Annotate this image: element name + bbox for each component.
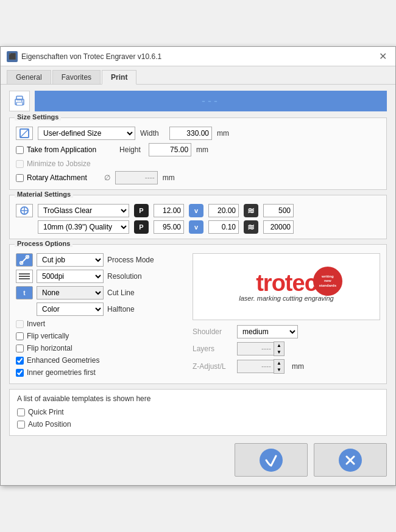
height-label: Height <box>119 145 144 154</box>
flip-h-row: Flip horizontal <box>16 344 186 352</box>
badge-v2: v <box>189 220 203 234</box>
flip-h-checkbox[interactable] <box>16 345 24 352</box>
cancel-button[interactable] <box>314 443 387 477</box>
quality-dropdown[interactable]: 10mm (0.39") Quality <box>38 220 129 234</box>
flip-v-checkbox[interactable] <box>16 332 24 340</box>
proc-row-job: Cut job Engrave job Combined Process Mod… <box>16 253 186 267</box>
resolution-icon <box>16 270 33 283</box>
v2-input[interactable] <box>208 220 239 234</box>
shoulder-dropdown[interactable]: medium low high <box>237 325 298 338</box>
m2-input[interactable] <box>263 220 294 234</box>
diam-unit: mm <box>163 173 175 182</box>
quick-print-checkbox[interactable] <box>17 408 25 416</box>
invert-checkbox[interactable] <box>16 320 24 328</box>
layers-down-btn[interactable]: ▼ <box>274 349 284 355</box>
close-button[interactable]: ✕ <box>377 51 389 62</box>
diam-input[interactable] <box>115 171 158 184</box>
shoulder-row: Shoulder medium low high <box>193 325 380 338</box>
zadjust-up-btn[interactable]: ▲ <box>274 360 284 366</box>
enhanced-label: Enhanced Geometries <box>27 356 99 365</box>
auto-position-checkbox[interactable] <box>17 421 25 429</box>
size-dropdown[interactable]: User-defined Size Custom A4 A3 <box>38 127 135 140</box>
flip-h-label: Flip horizontal <box>27 344 72 352</box>
enhanced-checkbox[interactable] <box>16 357 24 365</box>
preview-fill: --- <box>35 91 387 111</box>
zadjust-input[interactable] <box>237 360 274 373</box>
proc-row-cutline: t None Red Blue Cut Line <box>16 286 186 299</box>
height-input[interactable] <box>149 143 191 156</box>
rotary-label: Rotary Attachment <box>27 173 87 182</box>
tab-bar: General Favorites Print <box>1 66 395 85</box>
action-row <box>9 441 387 479</box>
m1-input[interactable] <box>263 204 294 217</box>
preview-dots: --- <box>202 95 220 108</box>
minimize-checkbox[interactable] <box>16 160 24 168</box>
inner-row: Inner geometries first <box>16 368 186 377</box>
cancel-icon <box>339 449 362 472</box>
invert-row: Invert <box>16 320 186 328</box>
minimize-label: Minimize to Jobsize <box>27 159 91 168</box>
material-icon-svg <box>19 205 30 216</box>
badge-m2: ≋ <box>244 220 258 234</box>
tab-print[interactable]: Print <box>102 70 136 85</box>
process-right: trotec laser. marking cutting engraving … <box>193 253 380 379</box>
zadjust-down-btn[interactable]: ▼ <box>274 366 284 373</box>
bottom-section: A list of avaiable templates is shown he… <box>9 389 387 436</box>
preview-bar: --- <box>9 91 387 111</box>
rotary-checkbox[interactable] <box>16 174 24 182</box>
proc-row-halftone: Color Grayscale B&W Halftone <box>16 303 186 316</box>
inner-checkbox[interactable] <box>16 369 24 377</box>
zadjust-unit: mm <box>292 362 304 371</box>
layers-input[interactable] <box>237 342 274 355</box>
zadjust-row: Z-Adjust/L ▲ ▼ mm <box>193 359 380 374</box>
process-options-title: Process Options <box>15 240 72 247</box>
resolution-label: Resolution <box>107 272 156 281</box>
zadjust-spinner: ▲ ▼ <box>237 359 285 374</box>
flip-v-label: Flip vertically <box>27 332 69 340</box>
proc-row-res: 500dpi 250dpi 1000dpi Resolution <box>16 270 186 283</box>
options-checkboxes: Invert Flip vertically Flip horizontal <box>16 320 186 379</box>
cut-line-dropdown[interactable]: None Red Blue <box>37 286 104 299</box>
job-type-dropdown[interactable]: Cut job Engrave job Combined <box>37 253 104 267</box>
zadjust-spinner-btns: ▲ ▼ <box>274 359 285 374</box>
bottom-checkboxes: Quick Print Auto Position <box>17 408 379 430</box>
size-row-3: Minimize to Jobsize <box>16 159 380 168</box>
tab-general[interactable]: General <box>7 70 51 84</box>
material-settings-title: Material Settings <box>15 191 73 198</box>
width-input[interactable] <box>169 127 212 140</box>
p2-input[interactable] <box>154 220 184 234</box>
halftone-dropdown[interactable]: Color Grayscale B&W <box>37 303 104 316</box>
take-from-app-checkbox[interactable] <box>16 146 24 154</box>
size-icon <box>16 127 33 140</box>
trotec-logo-wrapper: trotec laser. marking cutting engraving … <box>239 271 334 302</box>
halftone-label: Halftone <box>107 305 156 313</box>
right-controls: Shoulder medium low high Layers <box>193 325 380 374</box>
ok-icon-svg <box>263 452 279 468</box>
badge-m1: ≋ <box>244 204 258 217</box>
badge-v1: v <box>189 204 203 217</box>
size-row-1: User-defined Size Custom A4 A3 Width mm <box>16 127 380 140</box>
process-inner: Cut job Engrave job Combined Process Mod… <box>16 253 380 379</box>
size-row-4: Rotary Attachment ∅ mm <box>16 171 380 184</box>
layers-up-btn[interactable]: ▲ <box>274 342 284 349</box>
material-dropdown[interactable]: TroGlass Clear <box>38 204 129 217</box>
material-settings-group: Material Settings TroGlass Clear P v ≋ <box>9 195 387 239</box>
app-icon: ⬛ <box>7 51 18 62</box>
v1-input[interactable] <box>208 204 239 217</box>
layers-spinner-btns: ▲ ▼ <box>274 341 285 356</box>
printer-icon <box>13 95 26 107</box>
resize-icon <box>19 128 30 139</box>
take-from-app-label: Take from Application <box>27 145 96 154</box>
title-bar-left: ⬛ Eigenschaften von Trotec Engraver v10.… <box>7 51 161 62</box>
invert-label: Invert <box>27 320 45 328</box>
content-area: --- Size Settings User-defined Size Cust… <box>1 85 395 485</box>
process-options-group: Process Options Cut job <box>9 244 387 384</box>
cut-icon <box>19 255 29 265</box>
resolution-dropdown[interactable]: 500dpi 250dpi 1000dpi <box>37 270 104 283</box>
ok-button[interactable] <box>235 443 308 477</box>
flip-v-row: Flip vertically <box>16 332 186 340</box>
cancel-icon-svg <box>342 452 358 468</box>
quick-print-label: Quick Print <box>28 408 64 416</box>
tab-favorites[interactable]: Favorites <box>52 70 101 84</box>
p1-input[interactable] <box>154 204 184 217</box>
